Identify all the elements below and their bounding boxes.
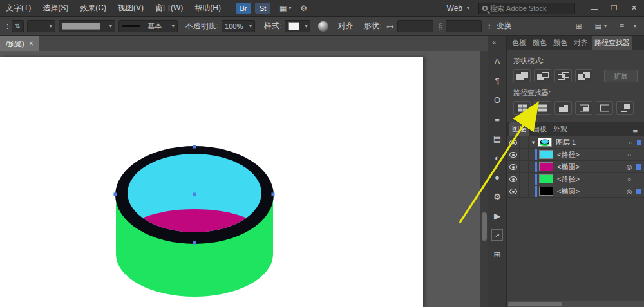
anchor-point[interactable] xyxy=(114,193,117,196)
layer-thumbnail[interactable] xyxy=(539,150,553,159)
layer-thumbnail[interactable] xyxy=(539,174,553,183)
layer-row[interactable]: <椭圆> ◎ xyxy=(507,161,644,173)
tab-color[interactable]: 颜色 xyxy=(530,36,549,50)
anchor-point[interactable] xyxy=(193,241,196,245)
chevron-down-icon[interactable]: ▾ xyxy=(634,23,636,29)
menu-view[interactable]: 视图(V) xyxy=(112,0,149,16)
opentype-panel-icon[interactable]: O xyxy=(489,92,505,107)
target-circle[interactable]: ○ xyxy=(625,139,636,146)
vertical-scrollbar[interactable] xyxy=(480,51,488,307)
selection-square[interactable] xyxy=(636,152,641,158)
panel-menu-icon[interactable]: ≡ xyxy=(620,22,624,31)
lock-toggle[interactable] xyxy=(520,149,529,160)
stroke-profile-select[interactable]: 基本 ▾ xyxy=(118,20,178,32)
tab-appearance[interactable]: 外观 xyxy=(551,122,570,136)
target-circle[interactable]: ◎ xyxy=(624,188,634,195)
shape-height-input[interactable] xyxy=(446,20,482,32)
layer-row[interactable]: ▾ 图层 1 ○ xyxy=(507,136,644,149)
export-panel-icon[interactable]: ↗ xyxy=(491,229,503,241)
intersect-button[interactable] xyxy=(554,69,572,82)
lock-toggle[interactable] xyxy=(520,161,529,172)
collapse-dock-icon[interactable]: « xyxy=(488,38,496,50)
anchor-point[interactable] xyxy=(193,145,196,149)
target-circle[interactable]: ○ xyxy=(624,151,634,158)
tab-color-2[interactable]: 颜色 xyxy=(551,36,570,50)
divide-button[interactable] xyxy=(513,101,531,115)
layer-row[interactable]: <椭圆> ◎ xyxy=(507,185,644,198)
layer-name[interactable]: <椭圆> xyxy=(557,187,580,196)
unite-button[interactable] xyxy=(513,69,531,82)
graphic-styles-panel-icon[interactable]: ▤ xyxy=(489,131,505,146)
link-dimensions-icon[interactable]: § xyxy=(439,22,443,31)
actions-panel-icon[interactable]: ▶ xyxy=(489,208,505,223)
layer-row[interactable]: <路径> ○ xyxy=(507,149,644,161)
grid-icon[interactable]: ⊞ xyxy=(576,22,582,31)
trim-button[interactable] xyxy=(534,101,551,115)
selection-square[interactable] xyxy=(637,140,641,145)
exclude-button[interactable] xyxy=(575,69,592,82)
layer-name[interactable]: <椭圆> xyxy=(557,162,580,172)
selection-square[interactable] xyxy=(636,176,641,182)
minimize-button[interactable]: — xyxy=(584,0,604,17)
anchor-point[interactable] xyxy=(272,193,275,196)
outline-button[interactable] xyxy=(596,101,613,115)
stock-button[interactable]: St xyxy=(255,3,270,14)
bridge-button[interactable]: Br xyxy=(236,3,251,14)
pasteboard[interactable] xyxy=(0,51,480,307)
transform-panel-icon[interactable]: ⊞ xyxy=(489,247,505,262)
layer-thumbnail[interactable] xyxy=(539,162,553,171)
anchor-point[interactable] xyxy=(193,193,196,196)
selection-square[interactable] xyxy=(636,189,641,194)
align-button[interactable]: 对齐 xyxy=(337,21,353,32)
arrange-documents-button[interactable]: ▦ ▾ xyxy=(279,4,291,13)
layer-row[interactable]: <路径> ○ xyxy=(507,173,644,185)
layer-name[interactable]: 图层 1 xyxy=(556,138,576,147)
layer-thumbnail[interactable] xyxy=(539,187,553,196)
opacity-select[interactable]: 100% ▾ xyxy=(222,20,255,32)
paragraph-panel-icon[interactable]: ¶ xyxy=(489,73,505,88)
expand-button[interactable]: 扩展 xyxy=(604,70,638,82)
lock-toggle[interactable] xyxy=(520,173,529,185)
character-panel-icon[interactable]: A xyxy=(489,53,505,69)
visibility-toggle[interactable] xyxy=(507,161,520,172)
panel-menu-icon[interactable]: ≡ xyxy=(629,124,641,136)
dock-layout-button[interactable]: ▤ ▾ xyxy=(595,22,607,31)
close-button[interactable]: ✕ xyxy=(624,0,644,17)
visibility-toggle[interactable] xyxy=(507,149,520,160)
tab-artboards[interactable]: 画板 xyxy=(530,122,549,136)
appearance-panel-icon[interactable]: ⚙ xyxy=(489,189,505,204)
menu-window[interactable]: 窗口(W) xyxy=(149,0,189,16)
merge-button[interactable] xyxy=(554,101,572,115)
width-profile-select[interactable]: ▾ xyxy=(27,20,55,32)
selection-square[interactable] xyxy=(636,164,641,170)
expand-caret-icon[interactable]: ▾ xyxy=(529,139,538,145)
artwork-canvas[interactable] xyxy=(0,57,423,307)
brush-select[interactable]: ▾ xyxy=(59,20,115,32)
menu-effect[interactable]: 效果(C) xyxy=(74,0,112,16)
menu-select[interactable]: 选择(S) xyxy=(37,0,74,16)
scrollbar-thumb[interactable] xyxy=(508,302,562,306)
target-circle[interactable]: ◎ xyxy=(624,163,634,171)
maximize-button[interactable]: ❐ xyxy=(604,0,624,17)
minus-back-button[interactable] xyxy=(616,101,634,115)
lock-toggle[interactable] xyxy=(520,185,529,197)
transform-button[interactable]: 变换 xyxy=(496,21,511,32)
tab-layers[interactable]: 图层 xyxy=(509,122,529,136)
layer-name[interactable]: <路径> xyxy=(557,150,580,160)
lock-toggle[interactable] xyxy=(520,136,529,148)
workspace-switcher[interactable]: Web ▾ xyxy=(447,4,469,13)
style-select[interactable]: ▾ xyxy=(285,20,310,32)
menu-type[interactable]: 文字(T) xyxy=(0,0,37,16)
crop-button[interactable] xyxy=(575,101,592,115)
layer-name[interactable]: <路径> xyxy=(557,174,580,184)
stroke-panel-icon[interactable]: ≡ xyxy=(489,111,505,127)
scrollbar-thumb[interactable] xyxy=(482,212,487,241)
gradient-panel-icon[interactable]: ◐ xyxy=(489,150,505,165)
minus-front-button[interactable] xyxy=(534,69,551,82)
tab-swatches[interactable]: 色板 xyxy=(509,36,529,50)
document-tab[interactable]: /预览) × xyxy=(0,36,39,51)
horizontal-scrollbar[interactable] xyxy=(507,301,644,307)
tab-close-icon[interactable]: × xyxy=(29,39,33,48)
search-input[interactable] xyxy=(490,5,571,12)
transparency-panel-icon[interactable]: ● xyxy=(489,169,505,185)
